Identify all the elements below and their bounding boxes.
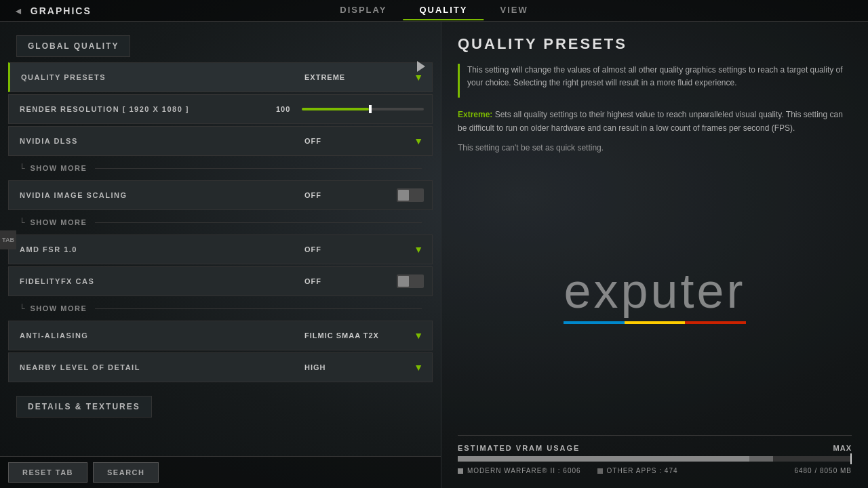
quality-presets-arrow: ▼: [414, 72, 424, 83]
main-layout: GLOBAL QUALITY QUALITY PRESETS EXTREME ▼: [0, 22, 868, 488]
show-more-dlss-line: [95, 168, 422, 169]
fidelityfx-cas-toggle[interactable]: [397, 274, 424, 288]
legend-other: OTHER APPS : 474: [597, 467, 678, 474]
setting-fidelityfx-cas[interactable]: FIDELITYFX CAS OFF: [8, 266, 433, 296]
nearby-lod-arrow: ▼: [414, 362, 424, 373]
quality-presets-label: QUALITY PRESETS: [10, 73, 296, 81]
render-resolution-label: RENDER RESOLUTION [ 1920 X 1080 ]: [9, 105, 268, 113]
settings-list: QUALITY PRESETS EXTREME ▼ RENDER RESOLUT…: [0, 57, 441, 456]
slider-track[interactable]: [302, 108, 424, 110]
top-nav: ◄ GRAPHICS DISPLAY QUALITY VIEW: [0, 0, 868, 22]
fidelityfx-cas-value: OFF: [296, 274, 432, 288]
tab-display[interactable]: DISPLAY: [323, 1, 403, 20]
show-more-dlss[interactable]: └ SHOW MORE: [8, 158, 433, 178]
anti-aliasing-arrow: ▼: [414, 330, 424, 341]
logo-underline: [564, 321, 745, 324]
setting-render-resolution[interactable]: RENDER RESOLUTION [ 1920 X 1080 ] 100: [8, 94, 433, 124]
vram-section: ESTIMATED VRAM USAGE MAX MODERN WARFARE®…: [458, 435, 852, 474]
render-resolution-number: 100: [276, 105, 296, 113]
show-more-dlss-label: SHOW MORE: [31, 164, 87, 172]
exputer-text: exputer: [564, 263, 745, 319]
right-panel: QUALITY PRESETS This setting will change…: [441, 22, 868, 488]
vram-bar-other: [749, 456, 773, 462]
nvidia-image-scaling-toggle[interactable]: [397, 188, 424, 202]
nvidia-image-scaling-label: NVIDIA IMAGE SCALING: [9, 191, 296, 199]
global-quality-header: GLOBAL QUALITY: [16, 35, 130, 57]
nvidia-dlss-arrow: ▼: [414, 136, 424, 146]
show-more-cas[interactable]: └ SHOW MORE: [8, 298, 433, 319]
nvidia-dlss-text: OFF: [304, 137, 321, 145]
setting-amd-fsr[interactable]: AMD FSR 1.0 OFF ▼: [8, 235, 433, 264]
underline-red: [685, 321, 745, 324]
setting-anti-aliasing[interactable]: ANTI-ALIASING FILMIC SMAA T2X ▼: [8, 321, 433, 350]
highlight-text: Sets all quality settings to their highe…: [458, 110, 843, 132]
legend-mw2-label: MODERN WARFARE® II : 6006: [467, 467, 581, 474]
anti-aliasing-value: FILMIC SMAA T2X ▼: [296, 330, 432, 341]
vram-max-label: MAX: [833, 444, 852, 452]
quality-presets-text: EXTREME: [304, 73, 345, 81]
vram-header: ESTIMATED VRAM USAGE MAX: [458, 444, 852, 452]
setting-nvidia-image-scaling[interactable]: NVIDIA IMAGE SCALING OFF: [8, 180, 433, 210]
legend-dot-mw2: [458, 468, 463, 474]
amd-fsr-label: AMD FSR 1.0: [9, 245, 296, 253]
amd-fsr-arrow: ▼: [414, 244, 424, 255]
slider-thumb: [369, 105, 372, 113]
cursor: [417, 61, 425, 72]
show-more-nis-line: [95, 222, 422, 223]
show-more-nis-label: SHOW MORE: [31, 218, 87, 226]
show-more-dlss-icon: └: [19, 163, 25, 173]
details-textures-header: DETAILS & TEXTURES: [16, 396, 152, 418]
info-description-block: This setting will change the values of a…: [458, 64, 852, 98]
show-more-cas-line: [95, 308, 422, 309]
show-more-cas-label: SHOW MORE: [31, 304, 87, 312]
tab-quality[interactable]: QUALITY: [403, 1, 484, 20]
setting-quality-presets[interactable]: QUALITY PRESETS EXTREME ▼: [8, 62, 433, 92]
page-title: GRAPHICS: [31, 5, 92, 16]
info-title: QUALITY PRESETS: [458, 35, 852, 53]
show-more-nis[interactable]: └ SHOW MORE: [8, 212, 433, 232]
legend-mw2: MODERN WARFARE® II : 6006: [458, 467, 581, 474]
show-more-cas-icon: └: [19, 304, 25, 313]
setting-nearby-lod[interactable]: NEARBY LEVEL OF DETAIL HIGH ▼: [8, 352, 433, 382]
back-button[interactable]: ◄ GRAPHICS: [14, 5, 92, 16]
info-description: This setting will change the values of a…: [467, 64, 852, 89]
fidelityfx-cas-label: FIDELITYFX CAS: [9, 277, 296, 285]
anti-aliasing-text: FILMIC SMAA T2X: [304, 331, 379, 340]
amd-fsr-value: OFF ▼: [296, 244, 432, 255]
slider-container: 100: [276, 105, 424, 113]
render-resolution-value: 100: [268, 105, 432, 113]
tab-view[interactable]: VIEW: [484, 1, 544, 20]
nvidia-image-scaling-text: OFF: [304, 191, 321, 199]
nvidia-image-scaling-value: OFF: [296, 188, 432, 202]
nvidia-dlss-value: OFF ▼: [296, 136, 432, 146]
vram-bar-container: [458, 456, 852, 462]
legend-other-label: OTHER APPS : 474: [607, 467, 678, 474]
left-panel: GLOBAL QUALITY QUALITY PRESETS EXTREME ▼: [0, 22, 441, 488]
quality-presets-value: EXTREME ▼: [296, 72, 432, 83]
underline-blue: [564, 321, 624, 324]
nearby-lod-text: HIGH: [304, 363, 326, 371]
tab-label: TAB: [2, 237, 14, 243]
setting-nvidia-dlss[interactable]: NVIDIA DLSS OFF ▼: [8, 126, 433, 156]
slider-fill: [302, 108, 369, 110]
highlight-word: Extreme:: [458, 110, 492, 119]
info-highlight: Extreme: Sets all quality settings to th…: [458, 108, 852, 134]
nearby-lod-value: HIGH ▼: [296, 362, 432, 373]
fidelityfx-cas-text: OFF: [304, 277, 321, 285]
bottom-bar: RESET TAB SEARCH: [0, 456, 441, 488]
reset-tab-button[interactable]: RESET TAB: [8, 462, 87, 483]
nvidia-dlss-label: NVIDIA DLSS: [9, 137, 296, 145]
nearby-lod-label: NEARBY LEVEL OF DETAIL: [9, 363, 296, 371]
show-more-nis-icon: └: [19, 218, 25, 227]
back-arrow-icon: ◄: [14, 5, 24, 16]
vram-bar-mw2: [458, 456, 749, 462]
anti-aliasing-label: ANTI-ALIASING: [9, 331, 296, 340]
amd-fsr-text: OFF: [304, 245, 321, 253]
search-button[interactable]: SEARCH: [93, 462, 159, 483]
exputer-logo: exputer: [564, 263, 745, 324]
page-container: TAB ◄ GRAPHICS DISPLAY QUALITY VIEW GLOB…: [0, 0, 868, 488]
legend-dot-other: [597, 468, 603, 474]
vram-total: 6480 / 8050 MB: [794, 467, 852, 474]
vram-title: ESTIMATED VRAM USAGE: [458, 444, 580, 452]
logo-container: exputer: [458, 166, 852, 422]
